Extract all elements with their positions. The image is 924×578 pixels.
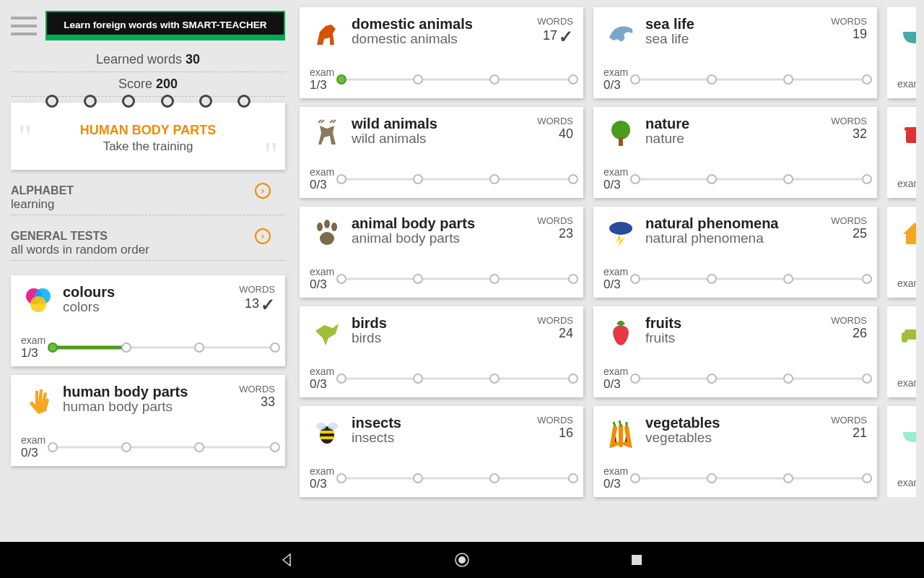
svg-point-12 xyxy=(611,121,630,139)
topic-card[interactable]: WORDS exam xyxy=(887,7,916,98)
exam-label: exam xyxy=(21,335,45,346)
topic-card[interactable]: fruits fruits WORDS 26 exam 0/3 xyxy=(593,306,877,397)
card-subtitle: nature xyxy=(645,131,824,147)
card-title: nature xyxy=(645,116,824,131)
topic-card[interactable]: natural phenomena natural phenomena WORD… xyxy=(593,207,877,298)
android-navbar xyxy=(0,542,924,578)
exam-label: exam xyxy=(310,465,334,477)
bath-icon xyxy=(897,415,916,449)
check-icon: ✓ xyxy=(559,27,573,47)
arrow-right-icon: › xyxy=(255,228,271,244)
back-button[interactable] xyxy=(279,552,295,568)
svg-point-10 xyxy=(316,423,326,430)
topic-card[interactable]: wild animals wild animals WORDS 40 exam … xyxy=(300,107,583,198)
strawberry-icon xyxy=(603,315,638,350)
exam-count: 0/3 xyxy=(603,477,628,491)
exam-label: exam xyxy=(603,366,628,377)
exam-label: exam xyxy=(603,465,628,477)
card-subtitle: domestic animals xyxy=(352,32,530,47)
exam-label: exam xyxy=(310,266,334,277)
exam-count: 0/3 xyxy=(310,477,334,491)
progress-slider[interactable] xyxy=(635,71,867,88)
card-word-count: WORDS 19 xyxy=(831,16,867,42)
card-subtitle: animal body parts xyxy=(352,231,530,246)
exam-count: 0/3 xyxy=(603,178,628,192)
progress-slider[interactable] xyxy=(635,171,867,188)
house-icon xyxy=(897,215,916,250)
topic-card[interactable]: vegetables vegetables WORDS 21 exam 0/3 xyxy=(593,406,877,497)
exam-count: 0/3 xyxy=(603,377,628,392)
card-title: insects xyxy=(352,415,530,431)
topic-card[interactable]: insects insects WORDS 16 exam 0/3 xyxy=(300,406,583,497)
topic-card[interactable]: WORDS exam xyxy=(887,406,916,497)
card-subtitle: wild animals xyxy=(352,131,530,147)
home-button[interactable] xyxy=(454,552,470,568)
svg-rect-16 xyxy=(905,127,916,131)
training-card[interactable]: " HUMAN BODY PARTS Take the training " xyxy=(11,103,285,170)
progress-slider[interactable] xyxy=(635,470,867,487)
svg-point-2 xyxy=(30,296,46,312)
topic-card[interactable]: domestic animals domestic animals WORDS … xyxy=(300,7,583,98)
svg-point-3 xyxy=(317,223,323,231)
tree-icon xyxy=(603,116,638,150)
svg-rect-9 xyxy=(321,436,334,439)
progress-slider[interactable] xyxy=(341,370,573,387)
exam-label: exam xyxy=(310,366,334,377)
progress-slider[interactable] xyxy=(53,439,275,456)
progress-slider[interactable] xyxy=(341,270,573,288)
progress-slider[interactable] xyxy=(53,339,275,356)
card-word-count: WORDS 40 xyxy=(537,116,573,142)
card-word-count: WORDS 16 xyxy=(537,415,573,441)
topic-card[interactable]: nature nature WORDS 32 exam 0/3 xyxy=(593,107,877,198)
exam-label: exam xyxy=(897,277,916,289)
svg-rect-8 xyxy=(320,431,334,434)
dog-icon xyxy=(310,16,344,51)
exam-label: exam xyxy=(897,477,916,488)
storm-icon xyxy=(603,215,638,250)
topic-card[interactable]: WORDS exam xyxy=(887,107,916,198)
exam-label: exam xyxy=(603,166,628,178)
exam-count: 1/3 xyxy=(310,78,334,92)
card-title: fruits xyxy=(645,315,824,331)
progress-slider[interactable] xyxy=(635,270,867,288)
card-subtitle: fruits xyxy=(645,331,824,346)
menu-button[interactable] xyxy=(11,17,37,35)
svg-rect-18 xyxy=(902,332,907,342)
topic-card[interactable]: WORDS exam xyxy=(887,207,916,298)
card-title: human body parts xyxy=(63,384,232,400)
card-word-count: WORDS 23 xyxy=(537,215,573,241)
topic-card[interactable]: birds birds WORDS 24 exam 0/3 xyxy=(300,306,583,397)
learned-words-stat: Learned words 30 xyxy=(11,48,285,72)
check-icon: ✓ xyxy=(261,295,275,315)
card-word-count: WORDS 25 xyxy=(831,215,867,241)
exam-label: exam xyxy=(897,178,916,189)
exam-label: exam xyxy=(603,66,628,78)
exam-count: 0/3 xyxy=(310,377,334,392)
card-word-count: WORDS 21 xyxy=(831,415,867,441)
topic-card[interactable]: colours colors WORDS 13✓ exam 1/3 xyxy=(11,275,285,366)
card-subtitle: human body parts xyxy=(63,400,232,415)
dolphin-icon xyxy=(603,16,638,51)
card-subtitle: natural phenomena xyxy=(645,231,824,246)
topic-card[interactable]: sea life sea life WORDS 19 exam 0/3 xyxy=(593,7,877,98)
progress-slider[interactable] xyxy=(341,171,573,188)
topic-card[interactable]: human body parts human body parts WORDS … xyxy=(11,375,285,466)
card-title: domestic animals xyxy=(352,16,530,32)
recent-apps-button[interactable] xyxy=(629,552,645,568)
progress-slider[interactable] xyxy=(341,470,573,487)
card-word-count: WORDS 17✓ xyxy=(537,16,573,47)
bowl-icon xyxy=(897,16,916,51)
score-stat: Score 200 xyxy=(11,72,285,97)
arrow-right-icon: › xyxy=(255,183,271,199)
topic-card[interactable]: animal body parts animal body parts WORD… xyxy=(300,207,583,298)
progress-slider[interactable] xyxy=(341,71,573,88)
topic-card[interactable]: WORDS exam xyxy=(887,306,916,397)
training-title: HUMAN BODY PARTS xyxy=(25,123,271,138)
general-tests-link[interactable]: GENERAL TESTS all words in random order … xyxy=(11,227,285,261)
deer-icon xyxy=(310,116,344,150)
carrot-icon xyxy=(603,415,638,449)
alphabet-link[interactable]: ALPHABET learning › xyxy=(11,181,285,215)
training-subtitle: Take the training xyxy=(25,139,271,154)
exam-label: exam xyxy=(897,377,916,389)
progress-slider[interactable] xyxy=(635,370,867,387)
